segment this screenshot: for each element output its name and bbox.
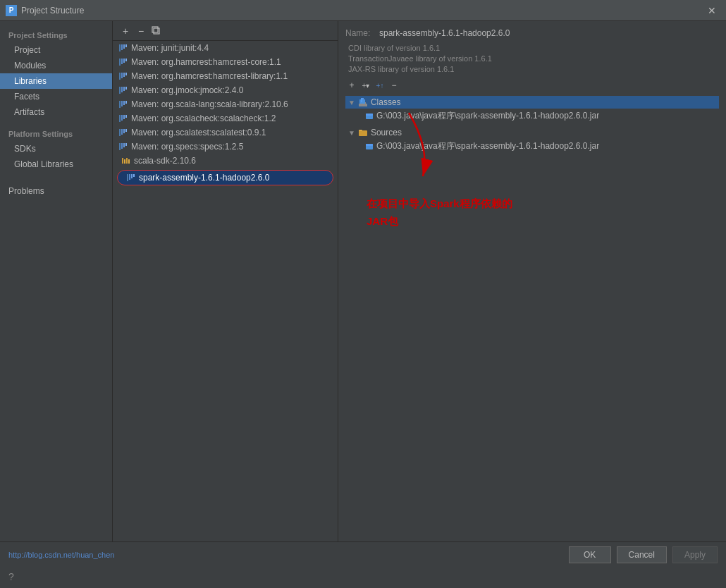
list-item-spark[interactable]: spark-assembly-1.6.1-hadoop2.6.0: [117, 170, 333, 185]
svg-rect-16: [123, 87, 125, 91]
platform-settings-label: Platform Settings: [0, 125, 112, 141]
add-library-button[interactable]: +: [118, 24, 133, 38]
detail-desc-0: CDI library of version 1.6.1: [345, 44, 719, 52]
svg-rect-48: [366, 114, 373, 116]
svg-rect-22: [119, 115, 121, 122]
classes-arrow: ▼: [348, 99, 355, 106]
svg-rect-20: [123, 101, 125, 105]
sidebar: Project Settings Project Modules Librari…: [0, 21, 113, 541]
svg-rect-21: [125, 101, 127, 104]
svg-rect-14: [119, 87, 121, 94]
copy-icon: [152, 26, 161, 36]
name-value: spark-assembly-1.6.1-hadoop2.6.0: [379, 28, 510, 38]
title-bar: P Project Structure ✕: [0, 0, 726, 21]
title-bar-text: Project Structure: [21, 6, 84, 16]
svg-rect-12: [123, 73, 125, 77]
sidebar-item-facets[interactable]: Facets: [0, 89, 112, 104]
details-panel: Name: spark-assembly-1.6.1-hadoop2.6.0 C…: [338, 21, 726, 541]
list-item[interactable]: Maven: org.specs:specs:1.2.5: [113, 140, 338, 154]
list-item[interactable]: Maven: org.hamcrest:hamcrest-core:1.1: [113, 55, 338, 69]
library-list: Maven: junit:junit:4.4 Maven: org.hamcre…: [113, 41, 338, 188]
svg-rect-41: [133, 174, 135, 177]
bottom-link[interactable]: http://blog.csdn.net/huan_chen: [8, 551, 114, 559]
sources-label: Sources: [371, 128, 402, 137]
sources-item-0[interactable]: G:\003.java\java程序\spark-assembly-1.6.1-…: [345, 139, 719, 154]
close-button[interactable]: ✕: [703, 4, 720, 18]
svg-rect-10: [119, 73, 121, 80]
remove-library-button[interactable]: −: [134, 24, 148, 38]
classes-item-0[interactable]: G:\003.java\java程序\spark-assembly-1.6.1-…: [345, 109, 719, 123]
svg-rect-40: [131, 174, 133, 178]
content-area: + −: [113, 21, 726, 541]
svg-rect-52: [366, 144, 373, 146]
bottom-bar: http://blog.csdn.net/huan_chen OK Cancel…: [0, 541, 726, 567]
svg-rect-28: [123, 129, 125, 133]
detail-desc-2: JAX-RS library of version 1.6.1: [345, 65, 719, 73]
sources-header[interactable]: ▼ Sources: [345, 126, 719, 139]
svg-rect-42: [359, 104, 367, 106]
sidebar-item-modules[interactable]: Modules: [0, 58, 112, 73]
add-entry-button[interactable]: +: [345, 79, 358, 92]
add-entry-alt-button[interactable]: +▾: [359, 79, 372, 92]
maven-icon: [118, 142, 128, 152]
svg-rect-4: [123, 44, 125, 49]
copy-library-button[interactable]: [149, 24, 164, 38]
list-item[interactable]: scala-sdk-2.10.6: [113, 154, 338, 168]
svg-rect-32: [123, 143, 125, 147]
svg-rect-49: [359, 130, 367, 136]
maven-icon: [118, 99, 128, 109]
list-item[interactable]: Maven: org.jmock:jmock:2.4.0: [113, 83, 338, 97]
jar-file-icon-2: [365, 142, 374, 151]
app-icon: P: [6, 5, 17, 16]
svg-rect-2: [119, 44, 121, 51]
classes-icon: [358, 97, 368, 107]
library-toolbar: + −: [113, 21, 338, 41]
cancel-button[interactable]: Cancel: [617, 546, 667, 563]
svg-rect-31: [121, 143, 123, 149]
sidebar-item-project[interactable]: Project: [0, 42, 112, 58]
sidebar-item-libraries[interactable]: Libraries: [0, 73, 112, 89]
svg-rect-25: [125, 115, 127, 118]
annotation-text: 在项目中导入Spark程序依赖的 JAR包: [367, 197, 512, 228]
svg-rect-9: [125, 59, 127, 61]
detail-name-row: Name: spark-assembly-1.6.1-hadoop2.6.0: [345, 28, 719, 38]
sidebar-item-artifacts[interactable]: Artifacts: [0, 104, 112, 120]
list-item[interactable]: Maven: junit:junit:4.4: [113, 41, 338, 55]
add-entry-special-button[interactable]: +↑: [374, 79, 386, 92]
ok-button[interactable]: OK: [569, 546, 611, 563]
maven-icon: [118, 114, 128, 123]
sources-folder-icon: [358, 128, 368, 137]
sidebar-item-sdks[interactable]: SDKs: [0, 141, 112, 157]
svg-rect-17: [125, 87, 127, 90]
maven-icon: [118, 71, 128, 81]
detail-toolbar: + +▾ +↑ −: [345, 79, 719, 92]
sidebar-item-problems[interactable]: Problems: [0, 183, 112, 199]
svg-rect-34: [122, 158, 123, 164]
sources-section: ▼ Sources G:\003.java\java程序\spark-assem…: [345, 126, 719, 154]
svg-rect-26: [119, 129, 121, 136]
svg-rect-33: [125, 143, 127, 146]
remove-entry-button[interactable]: −: [388, 79, 400, 92]
list-item[interactable]: Maven: org.scalatest:scalatest:0.9.1: [113, 125, 338, 140]
list-item[interactable]: Maven: org.scala-lang:scala-library:2.10…: [113, 97, 338, 111]
svg-rect-6: [119, 59, 121, 66]
list-item[interactable]: Maven: org.scalacheck:scalacheck:1.2: [113, 111, 338, 125]
help-button[interactable]: ?: [8, 571, 14, 582]
apply-button[interactable]: Apply: [672, 546, 718, 563]
sources-arrow: ▼: [348, 129, 355, 137]
jar-icon: [126, 173, 136, 183]
svg-rect-36: [126, 158, 128, 164]
sidebar-item-global-libraries[interactable]: Global Libraries: [0, 157, 112, 172]
svg-rect-1: [152, 27, 158, 32]
jar-file-icon: [365, 112, 374, 121]
svg-rect-35: [124, 159, 125, 164]
svg-rect-19: [121, 101, 123, 106]
list-item[interactable]: Maven: org.hamcrest:hamcrest-library:1.1: [113, 69, 338, 83]
sdk-icon: [121, 156, 131, 166]
svg-rect-46: [362, 99, 365, 104]
maven-icon: [118, 57, 128, 67]
svg-rect-0: [154, 28, 159, 34]
svg-rect-24: [123, 115, 125, 119]
classes-header[interactable]: ▼ Classes: [345, 96, 719, 109]
svg-rect-37: [128, 159, 130, 164]
